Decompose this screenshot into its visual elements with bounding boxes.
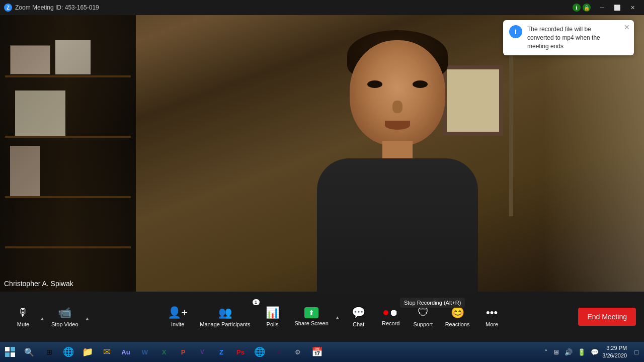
person-body	[317, 158, 478, 292]
recording-dot-indicator	[383, 310, 388, 315]
taskbar-powerpoint-icon[interactable]: P	[174, 343, 192, 361]
share-screen-label: Share Screen	[295, 320, 329, 326]
shelf-item-1	[10, 45, 50, 74]
taskbar-mail-icon[interactable]: ✉	[98, 343, 116, 361]
taskbar-zoom-taskbar-icon[interactable]: Z	[212, 343, 230, 361]
participant-count-badge: 1	[253, 299, 260, 305]
shelf-3	[5, 196, 131, 198]
stop-video-label: Stop Video	[51, 321, 78, 327]
toolbar-left-group: 🎙 Mute ▲ 📹 Stop Video ▲	[8, 303, 91, 330]
taskbar-adobe-icon[interactable]: Ps	[231, 343, 250, 361]
taskbar-edge-icon[interactable]: 🌐	[59, 343, 77, 361]
video-arrow-button[interactable]: ▲	[84, 316, 92, 330]
start-button[interactable]	[0, 342, 20, 362]
record-icon: ⏺	[389, 308, 398, 318]
polls-label: Polls	[267, 321, 279, 327]
close-button[interactable]: ✕	[625, 3, 640, 13]
mute-arrow-button[interactable]: ▲	[38, 316, 46, 330]
chat-label: Chat	[353, 321, 364, 327]
title-status-icons: ℹ 🔒	[573, 4, 591, 12]
person-mouth	[385, 121, 410, 130]
mute-icon: 🎙	[18, 306, 29, 319]
tray-network-icon[interactable]: 🖥	[551, 348, 561, 356]
person-eye-left	[367, 80, 382, 88]
stop-video-group: 📹 Stop Video ▲	[46, 303, 92, 330]
maximize-button[interactable]: ⬜	[610, 3, 625, 13]
taskbar-vc-icon[interactable]: V	[193, 343, 211, 361]
person-figure	[272, 15, 523, 292]
info-status-icon: ℹ	[573, 4, 581, 12]
tray-speech-icon[interactable]: 💬	[589, 348, 600, 356]
mute-button[interactable]: 🎙 Mute	[8, 303, 38, 330]
person-head	[350, 40, 445, 146]
share-screen-arrow-button[interactable]: ▲	[334, 315, 342, 329]
person-eye-right	[413, 80, 428, 88]
polls-button[interactable]: 📊 Polls	[258, 303, 288, 330]
chat-icon: 💬	[352, 306, 365, 319]
toolbar-right-group: End Meeting	[578, 308, 636, 326]
record-button[interactable]: ⏺ Record	[376, 305, 406, 329]
mute-label: Mute	[17, 321, 29, 327]
tray-volume-icon[interactable]: 🔊	[563, 348, 574, 356]
taskbar-tray: ˄ 🖥 🔊 🔋 💬 3:29 PM 3/26/2020 □	[543, 344, 644, 360]
minimize-button[interactable]: ─	[595, 3, 610, 13]
taskbar-unknown-icon[interactable]: ⚙	[289, 343, 307, 361]
more-label: More	[486, 321, 498, 327]
taskbar-excel-icon[interactable]: X	[155, 343, 173, 361]
notification-text: The recorded file will be converted to m…	[527, 25, 619, 50]
taskbar-search-button[interactable]: 🔍	[21, 344, 37, 360]
more-button[interactable]: ••• More	[477, 303, 507, 330]
window-controls: ─ ⬜ ✕	[595, 3, 640, 13]
zoom-logo-icon: Z	[4, 4, 12, 12]
invite-button[interactable]: 👤+ Invite	[163, 303, 193, 330]
toolbar-center-group: 👤+ Invite 👥 Manage Participants 1 📊 Poll…	[91, 303, 578, 330]
support-icon: 🛡	[418, 306, 429, 319]
taskbar-chrome-icon[interactable]: 🌐	[251, 343, 269, 361]
end-meeting-button[interactable]: End Meeting	[578, 308, 636, 326]
tray-action-center-icon[interactable]: □	[633, 348, 640, 356]
share-screen-group: ⬆ Share Screen ▲	[290, 304, 342, 329]
taskbar-explorer-icon[interactable]: 📁	[78, 343, 97, 361]
taskbar-calendar-icon[interactable]: 📅	[308, 343, 326, 361]
support-label: Support	[413, 321, 433, 327]
taskbar-audition-icon[interactable]: Au	[117, 343, 135, 361]
video-background	[0, 15, 644, 292]
taskbar-word-icon[interactable]: W	[136, 343, 154, 361]
stop-video-button[interactable]: 📹 Stop Video	[46, 303, 84, 330]
share-screen-button[interactable]: ⬆ Share Screen	[290, 304, 334, 329]
taskbar-clock[interactable]: 3:29 PM 3/26/2020	[602, 344, 631, 360]
shelf-item-2	[55, 40, 91, 74]
participants-label: Manage Participants	[200, 321, 250, 327]
notification-info-icon: i	[509, 25, 522, 38]
participant-name-label: Christopher A. Spiwak	[4, 280, 73, 288]
tray-chevron-icon[interactable]: ˄	[543, 348, 549, 356]
shelf-1	[5, 75, 131, 77]
video-icon: 📹	[58, 306, 71, 319]
invite-icon: 👤+	[168, 306, 188, 319]
window-title: Zoom Meeting ID: 453-165-019	[15, 4, 573, 11]
windows-logo-icon	[5, 347, 15, 357]
reactions-label: Reactions	[445, 321, 470, 327]
tray-battery-icon[interactable]: 🔋	[576, 348, 587, 356]
participants-button[interactable]: 👥 Manage Participants 1	[195, 303, 255, 330]
mute-group: 🎙 Mute ▲	[8, 303, 46, 330]
shelf-item-3	[15, 90, 65, 136]
lock-status-icon: 🔒	[583, 4, 591, 12]
notification-popup: i The recorded file will be converted to…	[503, 20, 634, 55]
taskbar-slack-icon[interactable]: #	[270, 343, 288, 361]
taskbar-taskview-icon[interactable]: ⊞	[40, 343, 58, 361]
windows-taskbar: 🔍 ⊞ 🌐 📁 ✉ Au W X P V Z Ps 🌐 # ⚙ 📅 ˄ 🖥 🔊 …	[0, 342, 644, 362]
record-label: Record	[382, 320, 399, 326]
shelf-4	[5, 246, 131, 248]
participants-icon: 👥	[218, 306, 232, 319]
notification-close-button[interactable]: ✕	[624, 23, 630, 31]
more-icon: •••	[486, 306, 498, 319]
toolbar: 🎙 Mute ▲ 📹 Stop Video ▲ 👤+ Invite 👥 Mana…	[0, 292, 644, 342]
window-light	[543, 15, 644, 292]
titlebar: Z Zoom Meeting ID: 453-165-019 ℹ 🔒 ─ ⬜ ✕	[0, 0, 644, 15]
shelf-item-4	[10, 146, 40, 196]
shelf-2	[5, 136, 131, 138]
chat-button[interactable]: 💬 Chat	[344, 303, 374, 330]
invite-label: Invite	[171, 321, 184, 327]
polls-icon: 📊	[266, 306, 279, 319]
